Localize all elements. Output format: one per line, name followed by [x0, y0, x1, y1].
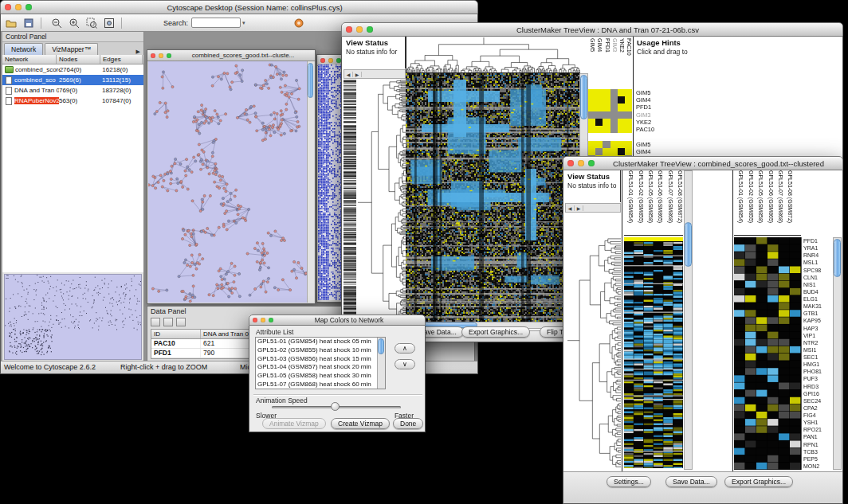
attribute-list-item[interactable]: GPL51-02 (GSM855) heat shock 10 min: [256, 346, 385, 355]
minimize-icon[interactable]: [261, 318, 265, 322]
zoom-window-icon[interactable]: [26, 4, 32, 10]
row-dendrogram[interactable]: [567, 237, 621, 468]
done-button[interactable]: Done: [393, 418, 423, 429]
gene-label: FIG4: [803, 412, 832, 419]
export-graphics-button[interactable]: Export Graphics...: [724, 476, 793, 487]
slider-thumb[interactable]: [331, 402, 340, 411]
export-graphics-button[interactable]: Export Graphics...: [461, 326, 530, 338]
zoom-vscrollbar[interactable]: [833, 237, 842, 470]
column-label: GPL51-06 (GSM865): [764, 170, 773, 235]
speed-slider[interactable]: [272, 406, 401, 408]
move-up-button[interactable]: ∧: [395, 343, 415, 354]
matrix-icon[interactable]: [176, 318, 186, 326]
network-row[interactable]: RNAPuberNov2563(0)107847(0): [2, 96, 143, 106]
network-graph-canvas[interactable]: [148, 61, 308, 303]
save-session-icon[interactable]: [22, 17, 36, 29]
attribute-list-item[interactable]: GPL51-03 (GSM856) heat shock 15 min: [256, 355, 385, 364]
scroll-right-icon[interactable]: ▶: [353, 72, 362, 77]
status-welcome: Welcome to Cytoscape 2.6.2: [4, 363, 96, 371]
treeview-dna-titlebar[interactable]: ClusterMaker TreeView : DNA and Tran 07-…: [341, 22, 843, 37]
global-heatmap-canvas[interactable]: [624, 237, 683, 468]
close-icon[interactable]: [151, 53, 155, 58]
close-icon[interactable]: [567, 160, 574, 166]
zoom-selected-icon[interactable]: [84, 17, 99, 29]
scrollbar-thumb[interactable]: [308, 63, 313, 98]
status-scrollbar[interactable]: ◀ ▶: [344, 69, 406, 79]
scroll-right-icon[interactable]: ▶: [575, 205, 583, 211]
network-row[interactable]: DNA and Tran 07769(0)183728(0): [2, 85, 143, 96]
create-vizmap-button[interactable]: Create Vizmap: [331, 418, 390, 429]
col-nodes[interactable]: Nodes: [57, 55, 100, 64]
attribute-list-item[interactable]: GPL51-05 (GSM858) heat shock 30 min: [256, 372, 385, 381]
network-row[interactable]: combined_sco2569(6)13112(15): [2, 75, 143, 85]
treeview-combined-titlebar[interactable]: ClusterMaker TreeView : combined_scores_…: [563, 156, 843, 170]
animate-vizmap-button[interactable]: Animate Vizmap: [262, 418, 326, 429]
attribute-list-item[interactable]: GPL51-04 (GSM857) heat shock 20 min: [256, 363, 385, 372]
search-dropdown-icon[interactable]: ▾: [242, 20, 245, 26]
minimize-icon[interactable]: [328, 58, 333, 63]
panel-divider: [732, 170, 733, 471]
column-label: PAC10: [625, 38, 632, 84]
matrix-cell: [610, 111, 618, 119]
main-titlebar[interactable]: Cytoscape Desktop (Session Name: collins…: [0, 0, 478, 14]
zoom-window-icon[interactable]: [367, 26, 373, 33]
attribute-db-icon[interactable]: [163, 318, 173, 326]
scrollbar-thumb[interactable]: [685, 222, 692, 267]
global-vscrollbar[interactable]: [684, 170, 693, 470]
move-down-button[interactable]: ∨: [395, 359, 415, 369]
matrix-cell: [595, 119, 603, 126]
minimize-icon[interactable]: [356, 26, 363, 33]
tab-vizmapper[interactable]: VizMapper™: [45, 43, 98, 55]
col-network[interactable]: Network: [2, 55, 57, 64]
minimize-icon[interactable]: [15, 4, 22, 10]
close-icon[interactable]: [5, 4, 11, 10]
matrix-cell: [588, 96, 595, 104]
attribute-list-item[interactable]: GPL51-07 (GSM868) heat shock 60 min: [256, 381, 385, 389]
matrix-row-label: PFD1: [636, 104, 654, 111]
close-icon[interactable]: [346, 26, 352, 33]
zoom-in-icon[interactable]: [67, 17, 81, 29]
scrollbar-thumb[interactable]: [580, 75, 587, 119]
scroll-left-icon[interactable]: ◀: [566, 205, 575, 211]
matrix-cell: [625, 126, 632, 133]
matrix-cell: [603, 119, 610, 126]
status-scrollbar[interactable]: ◀ ▶: [565, 203, 621, 213]
zoom-heatmap-canvas[interactable]: [734, 237, 801, 470]
search-input[interactable]: [191, 18, 241, 28]
matrix-cell: [595, 111, 603, 119]
column-dendrogram[interactable]: [406, 37, 580, 73]
col-id[interactable]: ID: [151, 330, 201, 338]
minimize-icon[interactable]: [159, 53, 163, 58]
open-session-icon[interactable]: [4, 17, 18, 29]
annotation-icon[interactable]: [292, 17, 306, 29]
close-icon[interactable]: [253, 318, 257, 322]
save-data-button[interactable]: Save Data...: [665, 476, 717, 487]
heatmap-canvas[interactable]: [406, 73, 579, 322]
tab-overflow-icon[interactable]: ▶: [136, 49, 140, 55]
network-vertical-scrollbar[interactable]: [307, 61, 314, 303]
tab-network[interactable]: Network: [4, 43, 43, 55]
zoom-fit-icon[interactable]: [102, 17, 116, 29]
gene-label: TCB3: [803, 448, 832, 455]
dialog-titlebar[interactable]: Map Colors to Network: [249, 315, 426, 326]
row-dendrogram[interactable]: [357, 80, 406, 322]
network-edges: 183728(0): [102, 87, 143, 94]
toolbar-separator: [41, 18, 41, 29]
zoom-out-icon[interactable]: [49, 17, 64, 29]
view-status-title: View Status: [565, 170, 620, 181]
inner-titlebar[interactable]: combined_scores_good.txt--cluste...: [147, 50, 315, 61]
attribute-list-scrollbar[interactable]: [377, 338, 385, 389]
network-overview-thumbnail[interactable]: [5, 275, 141, 359]
global-pixel-strip[interactable]: [344, 80, 356, 322]
col-edges[interactable]: Edges: [100, 55, 143, 64]
zoom-window-icon[interactable]: [588, 160, 595, 166]
attribute-list-item[interactable]: GPL51-01 (GSM854) heat shock 05 min: [256, 338, 385, 346]
scroll-left-icon[interactable]: ◀: [344, 72, 353, 77]
scrollbar-thumb[interactable]: [834, 239, 841, 277]
settings-button[interactable]: Settings...: [607, 476, 651, 487]
close-icon[interactable]: [320, 58, 325, 63]
table-icon[interactable]: [151, 318, 160, 326]
network-row[interactable]: combined_scores2764(0)16218(0): [2, 64, 143, 75]
scrollbar-thumb[interactable]: [378, 338, 384, 354]
minimize-icon[interactable]: [578, 160, 584, 166]
